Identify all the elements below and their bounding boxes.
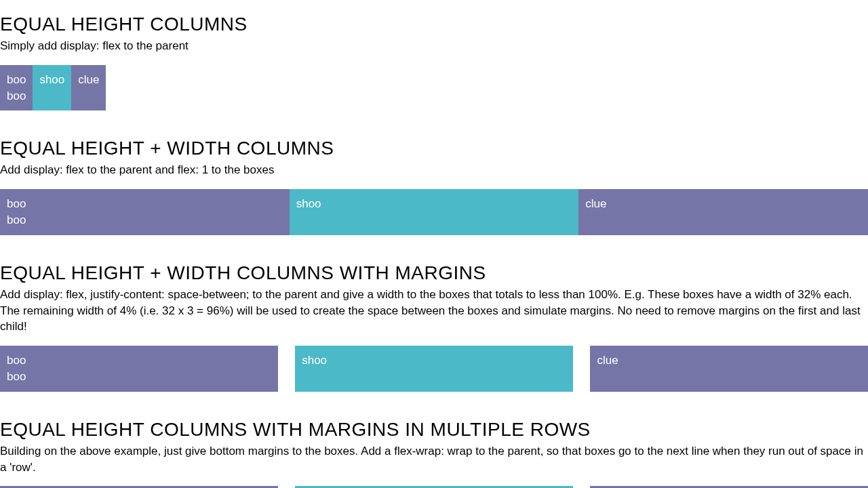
section-heading: EQUAL HEIGHT COLUMNS (0, 14, 868, 35)
demo-box: shoo (290, 189, 579, 235)
section-description: Simply add display: flex to the parent (0, 38, 868, 54)
section-heading: EQUAL HEIGHT + WIDTH COLUMNS WITH MARGIN… (0, 262, 868, 284)
demo-box: shoo (295, 346, 573, 392)
demo-box: boo boo (0, 189, 290, 235)
example-row-equal-height: boo boo shoo clue (0, 65, 868, 111)
demo-box: clue (590, 346, 868, 392)
demo-box: boo boo (0, 65, 33, 111)
section-heading: EQUAL HEIGHT COLUMNS WITH MARGINS IN MUL… (0, 419, 868, 441)
demo-box: clue (578, 189, 868, 235)
example-row-margins: boo boo shoo clue (0, 346, 868, 392)
section-description: Building on the above example, just give… (0, 443, 868, 476)
demo-box: clue (71, 65, 106, 111)
demo-box: shoo (33, 65, 71, 111)
section-description: Add display: flex to the parent and flex… (0, 162, 868, 178)
demo-box: boo boo (0, 346, 278, 392)
section-heading: EQUAL HEIGHT + WIDTH COLUMNS (0, 138, 868, 159)
section-description: Add display: flex, justify-content: spac… (0, 287, 868, 335)
example-row-equal-hw: boo boo shoo clue (0, 189, 868, 235)
